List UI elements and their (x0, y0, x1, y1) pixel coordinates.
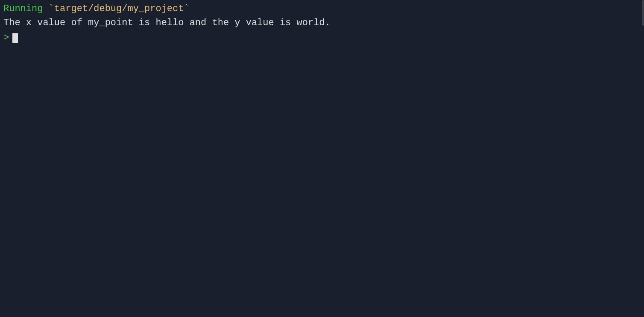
cargo-command: `target/debug/my_project` (43, 2, 189, 16)
output-line: The x value of my_point is hello and the… (3, 16, 641, 30)
output-text: The x value of my_point is hello and the… (3, 16, 331, 30)
running-label: Running (3, 2, 43, 16)
terminal-cursor (12, 33, 18, 43)
prompt-line[interactable]: > (3, 31, 641, 45)
terminal-window[interactable]: Running `target/debug/my_project` The x … (0, 0, 644, 317)
scrollbar-track[interactable] (641, 0, 644, 317)
prompt-arrow-icon: > (3, 31, 9, 45)
cargo-run-line: Running `target/debug/my_project` (3, 2, 641, 16)
scrollbar-thumb[interactable] (642, 0, 644, 26)
